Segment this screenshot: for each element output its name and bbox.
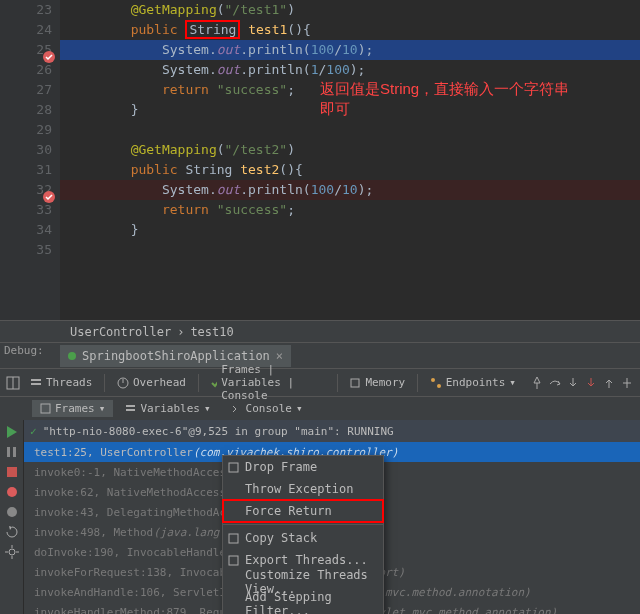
stop-icon[interactable]: [4, 464, 20, 480]
svg-rect-14: [126, 405, 135, 407]
frames-subtab[interactable]: Frames▾: [32, 400, 113, 417]
menu-item-force-return[interactable]: Force Return: [223, 500, 383, 522]
step-out-icon[interactable]: [602, 376, 616, 390]
svg-rect-15: [126, 409, 135, 411]
endpoints-icon: [430, 377, 442, 389]
layout-icon[interactable]: [6, 376, 20, 390]
thread-info: "http-nio-8080-exec-6"@9,525 in group "m…: [43, 425, 394, 438]
breadcrumb-item[interactable]: test10: [190, 325, 233, 339]
menu-item-throw-exception[interactable]: Throw Exception: [223, 478, 383, 500]
view-breakpoints-icon[interactable]: [4, 484, 20, 500]
svg-point-20: [7, 507, 17, 517]
svg-rect-23: [229, 534, 238, 543]
svg-rect-16: [7, 447, 10, 457]
svg-rect-13: [41, 404, 50, 413]
resume-icon[interactable]: [4, 424, 20, 440]
menu-item-drop-frame[interactable]: Drop Frame: [223, 456, 383, 478]
variables-icon: [125, 403, 136, 414]
memory-icon: [349, 377, 361, 389]
threads-icon: [30, 377, 42, 389]
chevron-down-icon: ▾: [204, 402, 211, 415]
frames-icon: [40, 403, 51, 414]
variables-subtab[interactable]: Variables▾: [117, 400, 218, 417]
checkmark-icon: ✓: [30, 425, 37, 438]
code-area[interactable]: @GetMapping("/test1") public String test…: [60, 0, 640, 260]
frames-combined-tab[interactable]: Frames | Variables | Console: [204, 361, 330, 404]
svg-point-10: [437, 384, 441, 388]
svg-point-19: [7, 487, 17, 497]
breadcrumb[interactable]: UserController › test10: [0, 320, 640, 342]
rerun-icon[interactable]: [4, 524, 20, 540]
menu-item-add-stepping-filter-[interactable]: Add Stepping Filter...: [223, 593, 383, 614]
svg-rect-5: [31, 383, 41, 385]
drop-icon: [227, 461, 240, 474]
svg-rect-22: [229, 463, 238, 472]
pause-icon[interactable]: [4, 444, 20, 460]
code-editor[interactable]: 23242526272829303132333435 @GetMapping("…: [0, 0, 640, 320]
step-into-icon[interactable]: [566, 376, 580, 390]
mute-breakpoints-icon[interactable]: [4, 504, 20, 520]
step-over-icon[interactable]: [548, 376, 562, 390]
overhead-tab[interactable]: Overhead: [111, 374, 192, 391]
pin-icon[interactable]: [530, 376, 544, 390]
chevron-right-icon: ›: [177, 325, 184, 339]
chevron-down-icon: ▾: [509, 376, 516, 389]
run-status-icon: [68, 352, 76, 360]
svg-rect-24: [229, 556, 238, 565]
debug-toolbar: Threads Overhead Frames | Variables | Co…: [0, 368, 640, 396]
svg-rect-4: [31, 379, 41, 381]
menu-item-copy-stack[interactable]: Copy Stack: [223, 527, 383, 549]
breadcrumb-item[interactable]: UserController: [70, 325, 171, 339]
console-icon: [231, 403, 242, 414]
chevron-down-icon: ▾: [99, 402, 106, 415]
chevron-down-icon: ▾: [296, 402, 303, 415]
clock-icon: [117, 377, 129, 389]
settings-icon[interactable]: [4, 544, 20, 560]
export-icon: [227, 554, 240, 567]
debug-label: Debug:: [4, 344, 44, 357]
thread-selector[interactable]: ✓ "http-nio-8080-exec-6"@9,525 in group …: [24, 420, 640, 442]
copy-icon: [227, 532, 240, 545]
endpoints-tab[interactable]: Endpoints▾: [424, 374, 522, 391]
memory-tab[interactable]: Memory: [343, 374, 411, 391]
checkmark-icon: [210, 377, 217, 389]
line-gutter: 23242526272829303132333435: [0, 0, 60, 320]
threads-tab[interactable]: Threads: [24, 374, 98, 391]
svg-rect-17: [13, 447, 16, 457]
context-menu[interactable]: Drop FrameThrow ExceptionForce ReturnCop…: [222, 455, 384, 614]
svg-point-21: [9, 549, 15, 555]
console-subtab[interactable]: Console▾: [223, 400, 311, 417]
svg-point-9: [431, 378, 435, 382]
debug-side-toolbar: [0, 420, 24, 614]
step-into-force-icon[interactable]: [584, 376, 598, 390]
run-to-cursor-icon[interactable]: [620, 376, 634, 390]
svg-rect-18: [7, 467, 17, 477]
svg-rect-8: [351, 379, 359, 387]
